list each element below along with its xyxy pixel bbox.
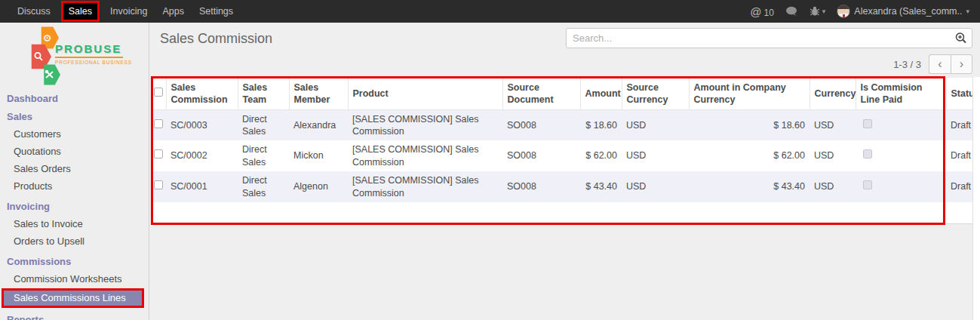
col-amount[interactable]: Amount [580,78,622,109]
cell-status: Draft [946,171,972,202]
is-paid-checkbox [863,149,872,158]
cell-source-document: SO008 [502,109,580,140]
col-status[interactable]: Status [946,78,972,109]
cell-sales-team: Direct Sales [238,140,289,171]
pager-next-button[interactable]: › [951,54,972,74]
mention-count: 10 [763,8,773,18]
col-source-currency[interactable]: Source Currency [622,78,689,109]
sidebar-item-products[interactable]: Products [0,177,149,195]
cell-status: Draft [946,109,972,140]
logo-subtitle: PROFESSIONAL BUSINESS [55,60,132,65]
scrollbar-gutter[interactable] [972,77,980,320]
mention-counter[interactable]: @ 10 [750,5,774,18]
at-icon: @ [750,5,761,18]
top-navbar: Discuss Sales Invoicing Apps Settings @ … [0,0,980,23]
bug-icon [809,6,820,17]
nav-discuss[interactable]: Discuss [10,0,58,23]
chevron-left-icon: ‹ [938,57,942,71]
cell-sales-commission: SC/0002 [166,140,238,171]
search-bar [566,28,972,48]
col-is-commision-line-paid[interactable]: Is Commision Line Paid [856,78,946,109]
nav-sales[interactable]: Sales [63,3,97,20]
pager-previous-button[interactable]: ‹ [929,54,951,74]
sidebar-heading-reports[interactable]: Reports [0,310,149,320]
pager: 1-3 / 3 ‹ › [893,54,972,74]
sidebar-selected-annotation: Sales Commissions Lines [2,288,144,308]
list-footer [151,202,972,223]
user-menu[interactable]: Alexandra (Sales_comm.. ▾ [837,5,969,18]
cell-status: Draft [946,140,972,171]
chevron-down-icon: ▾ [822,8,826,15]
chat-bubble-icon [785,6,798,17]
sidebar-item-orders-to-upsell[interactable]: Orders to Upsell [0,232,149,250]
sidebar-heading-invoicing[interactable]: Invoicing [0,197,149,215]
sidebar-heading-dashboard[interactable]: Dashboard [0,89,149,107]
table-row[interactable]: SC/0002 Direct Sales Mickon [SALES COMMI… [151,140,972,171]
main-content: Sales Commission 1-3 / 3 ‹ › [149,23,980,320]
col-source-document[interactable]: Source Document [502,78,580,109]
col-currency[interactable]: Currency [809,78,856,109]
cell-amount-company-currency: $ 43.40 [689,171,809,202]
probuse-logo: ⚙ PROBUSE PROFESSIONAL BUSINESS [0,23,149,89]
messages-button[interactable] [785,6,798,17]
row-checkbox[interactable] [154,119,163,128]
cell-sales-member: Algenon [289,171,348,202]
is-paid-checkbox [863,119,872,128]
row-checkbox[interactable] [154,149,163,158]
col-product[interactable]: Product [348,78,502,109]
sidebar-heading-commissions[interactable]: Commissions [0,252,149,270]
nav-settings[interactable]: Settings [192,0,241,23]
cell-currency: USD [809,140,856,171]
cell-sales-team: Direct Sales [238,109,289,140]
cell-product: [SALES COMMISSION] Sales Commission [348,109,502,140]
user-name: Alexandra (Sales_comm.. [854,6,962,17]
pager-range: 1-3 / 3 [893,59,921,70]
search-icon [954,32,967,45]
cell-amount: $ 18.60 [580,109,622,140]
logo-title: PROBUSE [55,42,132,55]
col-sales-commission[interactable]: Sales Commission [166,78,238,109]
search-button[interactable] [949,29,972,48]
cell-product: [SALES COMMISSION] Sales Commission [348,171,502,202]
col-amount-company-currency[interactable]: Amount in Company Currency [689,78,809,109]
list-view: Sales Commission Sales Team Sales Member… [151,78,972,224]
cell-amount: $ 62.00 [580,140,622,171]
sidebar-heading-sales[interactable]: Sales [0,107,149,125]
sidebar-item-quotations[interactable]: Quotations [0,143,149,160]
col-sales-member[interactable]: Sales Member [289,78,348,109]
sidebar-item-sales-commissions-lines[interactable]: Sales Commissions Lines [4,291,142,306]
cell-source-document: SO008 [502,140,580,171]
nav-apps[interactable]: Apps [155,0,192,23]
cell-currency: USD [809,171,856,202]
nav-invoicing[interactable]: Invoicing [103,0,155,23]
sidebar-item-commission-worksheets[interactable]: Commission Worksheets [0,270,149,288]
cell-sales-commission: SC/0001 [166,171,238,202]
col-sales-team[interactable]: Sales Team [238,78,289,109]
chevron-right-icon: › [960,57,963,71]
row-checkbox[interactable] [154,180,163,189]
table-row[interactable]: SC/0001 Direct Sales Algenon [SALES COMM… [151,171,972,202]
user-avatar [837,5,850,18]
cell-source-currency: USD [622,171,689,202]
systray: @ 10 ▾ Alexandra (Sales_comm.. ▾ [750,5,980,18]
cell-sales-commission: SC/0003 [166,109,238,140]
cell-sales-member: Mickon [289,140,348,171]
sidebar: ⚙ PROBUSE PROFESSIONAL BUSINESS Dashboar… [0,23,149,320]
sidebar-item-customers[interactable]: Customers [0,125,149,143]
cell-currency: USD [809,109,856,140]
cell-source-document: SO008 [502,171,580,202]
sidebar-item-sales-orders[interactable]: Sales Orders [0,160,149,177]
is-paid-checkbox [863,180,872,189]
sidebar-item-sales-to-invoice[interactable]: Sales to Invoice [0,215,149,232]
cell-amount: $ 43.40 [580,171,622,202]
select-all-checkbox[interactable] [154,88,163,97]
cell-source-currency: USD [622,140,689,171]
table-header-row: Sales Commission Sales Team Sales Member… [151,78,972,109]
debug-menu[interactable]: ▾ [809,6,826,17]
search-input[interactable] [567,32,949,44]
cell-source-currency: USD [622,109,689,140]
commission-lines-table: Sales Commission Sales Team Sales Member… [151,78,972,202]
table-row[interactable]: SC/0003 Direct Sales Alexandra [SALES CO… [151,109,972,140]
cell-product: [SALES COMMISSION] Sales Commission [348,140,502,171]
cell-sales-team: Direct Sales [238,171,289,202]
